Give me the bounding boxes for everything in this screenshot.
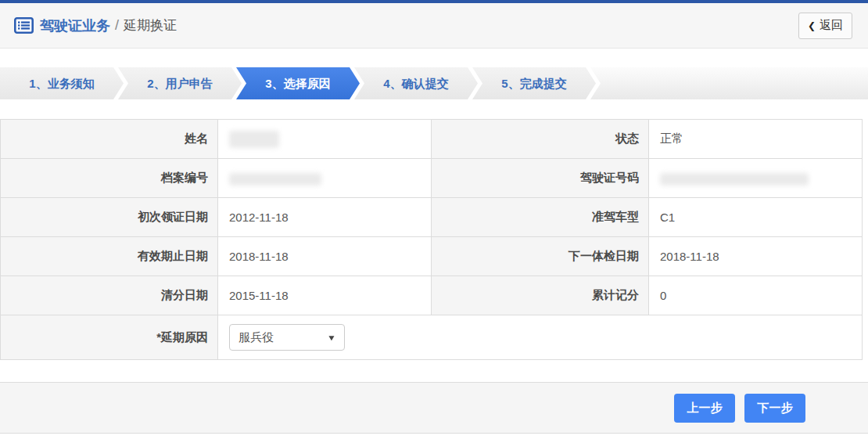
field-value-vehicle-class: C1 bbox=[649, 198, 863, 237]
field-value-license-number bbox=[649, 159, 863, 198]
chevron-down-icon: ▼ bbox=[327, 333, 336, 342]
redacted-name-value bbox=[229, 131, 279, 148]
step-wizard: 1、业务须知 2、用户申告 3、选择原因 4、确认提交 5、完成提交 bbox=[0, 67, 868, 99]
table-row: 有效期止日期 2018-11-18 下一体检日期 2018-11-18 bbox=[1, 237, 863, 276]
table-row: 清分日期 2015-11-18 累计记分 0 bbox=[1, 276, 863, 315]
page-title: 驾驶证业务 bbox=[40, 16, 110, 35]
field-label-first-issue-date: 初次领证日期 bbox=[1, 198, 218, 237]
next-step-button[interactable]: 下一步 bbox=[744, 394, 805, 423]
field-extension-reason-cell: 服兵役 ▼ bbox=[218, 315, 863, 360]
field-value-file-number bbox=[218, 159, 432, 198]
table-row: 姓名 状态 正常 bbox=[1, 120, 863, 159]
step-4-confirm-submit[interactable]: 4、确认提交 bbox=[354, 67, 478, 99]
previous-step-button[interactable]: 上一步 bbox=[674, 394, 735, 423]
chevron-left-icon: ❮ bbox=[808, 20, 816, 31]
field-value-status: 正常 bbox=[649, 120, 863, 159]
field-label-extension-reason: *延期原因 bbox=[1, 315, 218, 360]
back-button-label: 返回 bbox=[820, 18, 843, 33]
back-button[interactable]: ❮ 返回 bbox=[798, 13, 852, 39]
field-label-points-clear-date: 清分日期 bbox=[1, 276, 218, 315]
field-value-name bbox=[218, 120, 432, 159]
step-2-user-declaration[interactable]: 2、用户申告 bbox=[118, 67, 242, 99]
field-label-file-number: 档案编号 bbox=[1, 159, 218, 198]
redacted-file-number-value bbox=[229, 173, 321, 185]
page-subtitle: 延期换证 bbox=[124, 16, 177, 34]
step-1-business-notice[interactable]: 1、业务须知 bbox=[0, 67, 124, 99]
field-label-next-physical-date: 下一体检日期 bbox=[432, 237, 649, 276]
field-value-validity-end-date: 2018-11-18 bbox=[218, 237, 432, 276]
license-info-table: 姓名 状态 正常 档案编号 驾驶证号码 初次领证日期 2012-11-18 准驾… bbox=[0, 119, 863, 360]
table-row: 初次领证日期 2012-11-18 准驾车型 C1 bbox=[1, 198, 863, 237]
footer-action-bar: 上一步 下一步 bbox=[0, 382, 868, 434]
title-separator: / bbox=[115, 17, 119, 34]
step-3-select-reason[interactable]: 3、选择原因 bbox=[236, 67, 360, 99]
field-value-points-clear-date: 2015-11-18 bbox=[218, 276, 432, 315]
extension-reason-select[interactable]: 服兵役 ▼ bbox=[229, 324, 345, 351]
form-list-icon bbox=[14, 17, 34, 34]
field-label-validity-end-date: 有效期止日期 bbox=[1, 237, 218, 276]
field-value-next-physical-date: 2018-11-18 bbox=[649, 237, 863, 276]
field-label-status: 状态 bbox=[432, 120, 649, 159]
redacted-license-number-value bbox=[660, 173, 809, 185]
field-label-license-number: 驾驶证号码 bbox=[432, 159, 649, 198]
page-header: 驾驶证业务 / 延期换证 ❮ 返回 bbox=[0, 3, 868, 49]
step-wizard-filler bbox=[590, 67, 868, 99]
field-label-accumulated-points: 累计记分 bbox=[432, 276, 649, 315]
field-value-accumulated-points: 0 bbox=[649, 276, 863, 315]
step-5-finish-submit[interactable]: 5、完成提交 bbox=[472, 67, 596, 99]
extension-reason-selected-option: 服兵役 bbox=[239, 330, 274, 345]
field-label-vehicle-class: 准驾车型 bbox=[432, 198, 649, 237]
field-value-first-issue-date: 2012-11-18 bbox=[218, 198, 432, 237]
table-row: 档案编号 驾驶证号码 bbox=[1, 159, 863, 198]
field-label-name: 姓名 bbox=[1, 120, 218, 159]
table-row-extension-reason: *延期原因 服兵役 ▼ bbox=[1, 315, 863, 360]
